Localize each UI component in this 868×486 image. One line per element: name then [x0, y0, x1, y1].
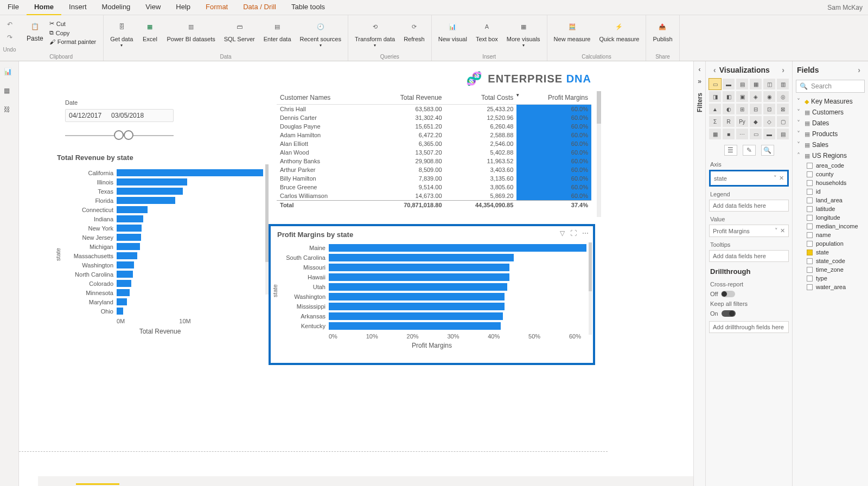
enter-data-button[interactable]: ▤Enter data: [261, 17, 293, 43]
checkbox[interactable]: [807, 241, 813, 247]
field-item[interactable]: area_code: [796, 161, 865, 170]
field-item[interactable]: latitude: [796, 204, 865, 213]
viz-type-icon[interactable]: R: [723, 116, 735, 127]
copy-button[interactable]: ⧉ Copy: [49, 29, 97, 37]
checkbox[interactable]: [807, 258, 813, 264]
chart-profit-margins-by-state[interactable]: Profit Margins by state ▽ ⛶ ⋯ state Main…: [269, 224, 595, 365]
fields-tab-icon[interactable]: ☰: [724, 145, 737, 156]
table-row[interactable]: Billy Hamilton7,839.003,135.6060.0%: [277, 174, 591, 183]
format-painter-button[interactable]: 🖌 Format painter: [49, 38, 97, 46]
field-item[interactable]: longitude: [796, 213, 865, 222]
checkbox[interactable]: [807, 250, 813, 255]
analytics-tab-icon[interactable]: 🔍: [761, 145, 774, 156]
checkbox[interactable]: [807, 215, 813, 221]
viz-type-icon[interactable]: ▤: [736, 79, 748, 89]
group-us-regions[interactable]: ˄▦US Regions: [796, 150, 865, 161]
th-margins[interactable]: ▼Profit Margins: [516, 91, 591, 105]
th-costs[interactable]: Total Costs: [445, 91, 517, 105]
viz-type-icon[interactable]: ▦: [709, 129, 721, 139]
data-view-icon[interactable]: ▦: [4, 87, 15, 98]
checkbox[interactable]: [807, 180, 813, 186]
th-customer[interactable]: Customer Names: [277, 91, 368, 105]
report-view-icon[interactable]: 📊: [4, 68, 15, 79]
viz-type-icon[interactable]: ▭: [709, 79, 721, 89]
cross-report-toggle[interactable]: [721, 291, 735, 297]
recent-sources-button[interactable]: 🕘Recent sources▾: [298, 17, 343, 49]
filter-icon[interactable]: ▽: [560, 229, 565, 237]
expand-icon[interactable]: »: [698, 78, 701, 85]
get-data-button[interactable]: 🗄Get data▾: [108, 17, 135, 49]
table-row[interactable]: Carlos Williamson14,673.005,869.2060.0%: [277, 191, 591, 201]
group-customers[interactable]: ˅▦Customers: [796, 107, 865, 118]
more-options-icon[interactable]: ⋯: [582, 229, 589, 237]
page-tabs[interactable]: [38, 476, 693, 486]
slider-handle-left[interactable]: [114, 130, 124, 140]
sql-server-button[interactable]: 🗃SQL Server: [222, 17, 257, 43]
drillthrough-field-well[interactable]: Add drillthrough fields here: [709, 321, 789, 333]
quick-measure-button[interactable]: ⚡Quick measure: [597, 17, 641, 43]
checkbox[interactable]: [807, 223, 813, 229]
viz-type-icon[interactable]: ◐: [723, 104, 735, 114]
field-item[interactable]: land_area: [796, 196, 865, 204]
th-revenue[interactable]: Total Revenue: [368, 91, 445, 105]
menu-data-drill[interactable]: Data / Drill: [235, 0, 284, 15]
field-item[interactable]: population: [796, 239, 865, 248]
viz-type-icon[interactable]: ◈: [750, 91, 762, 102]
chevron-right-icon[interactable]: ›: [858, 66, 860, 74]
new-measure-button[interactable]: 🧮New measure: [552, 17, 593, 43]
viz-type-icon[interactable]: ◧: [723, 91, 735, 102]
viz-type-icon[interactable]: ⊞: [736, 104, 748, 114]
viz-type-icon[interactable]: ▦: [750, 79, 762, 89]
menu-insert[interactable]: Insert: [61, 0, 94, 15]
new-visual-button[interactable]: 📊New visual: [436, 17, 469, 43]
field-item[interactable]: state_code: [796, 257, 865, 265]
table-row[interactable]: Adam Hamilton6,472.202,588.8860.0%: [277, 131, 591, 139]
viz-type-icon[interactable]: ◎: [777, 91, 789, 102]
field-item[interactable]: type: [796, 274, 865, 283]
fields-search[interactable]: 🔍Search: [796, 80, 865, 93]
field-item[interactable]: id: [796, 187, 865, 196]
viz-type-icon[interactable]: Py: [736, 116, 748, 127]
viz-type-icon[interactable]: ◆: [750, 116, 762, 127]
paste-button[interactable]: 📋 Paste: [23, 17, 47, 48]
viz-type-icon[interactable]: ▣: [736, 91, 748, 102]
checkbox[interactable]: [807, 206, 813, 212]
refresh-button[interactable]: ⟳Refresh: [401, 17, 427, 43]
field-item[interactable]: median_income: [796, 222, 865, 231]
table-row[interactable]: Chris Hall63,583.0025,433.2060.0%: [277, 105, 591, 114]
value-field-well[interactable]: Profit Margins˅✕: [709, 225, 789, 237]
viz-type-icon[interactable]: ⊟: [750, 104, 762, 114]
viz-type-icon[interactable]: ▭: [750, 129, 762, 139]
publish-button[interactable]: 📤Publish: [650, 17, 674, 43]
viz-type-icon[interactable]: ▲: [709, 104, 721, 114]
table-row[interactable]: Alan Elliott6,365.002,546.0060.0%: [277, 139, 591, 148]
field-item[interactable]: water_area: [796, 283, 865, 291]
chevron-right-icon[interactable]: ›: [782, 66, 784, 74]
viz-type-icon[interactable]: ⊡: [763, 104, 775, 114]
transform-data-button[interactable]: ⟲Transform data▾: [353, 17, 397, 49]
legend-field-well[interactable]: Add data fields here: [709, 200, 789, 212]
redo-icon[interactable]: ↷: [7, 34, 12, 41]
menu-home[interactable]: Home: [27, 0, 61, 15]
menu-modeling[interactable]: Modeling: [94, 0, 138, 15]
slider-handle-right[interactable]: [124, 130, 133, 140]
checkbox[interactable]: [807, 197, 813, 203]
table-row[interactable]: Douglas Payne15,651.206,260.4860.0%: [277, 122, 591, 131]
viz-type-icon[interactable]: ◇: [763, 116, 775, 127]
pbi-datasets-button[interactable]: ▥Power BI datasets: [164, 17, 217, 43]
viz-type-icon[interactable]: ◉: [763, 91, 775, 102]
undo-icon[interactable]: ↶: [7, 21, 12, 28]
excel-button[interactable]: ▦Excel: [139, 17, 160, 43]
viz-type-icon[interactable]: ◨: [709, 91, 721, 102]
field-item[interactable]: county: [796, 170, 865, 178]
menu-format[interactable]: Format: [198, 0, 235, 15]
date-from[interactable]: 04/12/2017: [69, 112, 101, 119]
collapse-icon[interactable]: ‹: [699, 66, 701, 73]
table-row[interactable]: Anthony Banks29,908.8011,963.5260.0%: [277, 157, 591, 165]
filters-pane-collapsed[interactable]: ‹ » Filters: [693, 61, 705, 486]
text-box-button[interactable]: AText box: [474, 17, 500, 43]
chart2-scrollbar[interactable]: [589, 242, 592, 335]
checkbox[interactable]: [807, 163, 813, 169]
customer-table[interactable]: Customer Names Total Revenue Total Costs…: [277, 91, 591, 209]
viz-type-icon[interactable]: ▤: [777, 129, 789, 139]
